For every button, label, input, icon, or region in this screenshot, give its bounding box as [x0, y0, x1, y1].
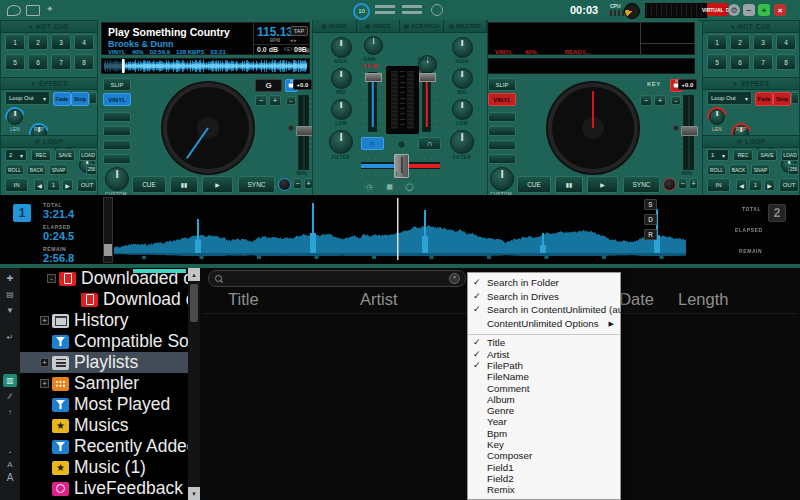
tap-button[interactable]: TAP	[290, 26, 308, 36]
sidebar-item[interactable]: Most Played	[20, 394, 188, 415]
fader-handle[interactable]	[419, 73, 436, 82]
shuffle-icon[interactable]: ∕∕	[3, 390, 17, 403]
key-minus-button[interactable]: −	[255, 95, 267, 106]
deck-list2-icon[interactable]	[402, 5, 422, 8]
mixer-tab[interactable]: ▦MIXER	[313, 20, 357, 33]
eq-knob[interactable]	[329, 130, 353, 154]
cue-mix-knob[interactable]	[397, 140, 406, 149]
hot-cue-button[interactable]: 8	[74, 54, 94, 70]
effect-extra-button[interactable]	[89, 92, 97, 104]
loop-length-select[interactable]: 2▾	[5, 149, 27, 161]
menu-item[interactable]: Artist	[468, 349, 620, 360]
hot-cue-button[interactable]: 6	[28, 54, 48, 70]
loop-save-button[interactable]: SAVE	[757, 149, 777, 161]
hot-cue-button[interactable]: 6	[730, 54, 750, 70]
menu-item[interactable]: Search in Drives	[468, 290, 620, 304]
mixer-tab[interactable]: ▦MASTER	[444, 20, 488, 33]
loop-beats-button[interactable]: 256	[86, 164, 97, 175]
star-icon[interactable]: ✦	[46, 4, 54, 14]
menu-item[interactable]: FilePath	[468, 360, 620, 371]
effect-extra-button[interactable]	[791, 92, 799, 104]
expander-icon[interactable]: +	[40, 316, 49, 325]
effect-len-knob[interactable]	[7, 109, 23, 125]
loop-rec-button[interactable]: REC	[733, 149, 753, 161]
sidebar-item[interactable]: Music (1)	[20, 457, 188, 478]
column-header[interactable]: Length	[678, 290, 728, 309]
mixer-tab[interactable]: ▦VIDEO	[357, 20, 401, 33]
deck-count-badge[interactable]: 10	[353, 3, 370, 20]
automix-icon[interactable]: ◷	[364, 181, 375, 192]
menu-item[interactable]: Composer	[468, 450, 620, 461]
sidebar-item[interactable]: Download que	[20, 289, 188, 310]
menu-item[interactable]: Field2	[468, 473, 620, 484]
loop-load-button[interactable]: LOAD	[781, 149, 799, 161]
deck-list-icon[interactable]	[375, 5, 395, 8]
sidebar-scrollbar[interactable]: ▲ ▼	[188, 268, 200, 500]
wave-mode-button[interactable]: S	[644, 199, 657, 210]
search-input[interactable]: ×	[208, 270, 466, 287]
vinyl-button[interactable]: VINYL	[103, 93, 131, 106]
deck2-waveform-strip[interactable]	[486, 58, 695, 74]
scrolling-waveform[interactable]	[114, 198, 686, 260]
font-small-icon[interactable]: A	[3, 458, 17, 471]
wave-mode-button[interactable]: D	[644, 214, 657, 225]
sidebar-item[interactable]: + Playlists	[20, 352, 188, 373]
eq-knob[interactable]	[331, 68, 352, 89]
pad-button-3[interactable]	[488, 140, 516, 150]
font-large-icon[interactable]: A	[3, 471, 17, 484]
menu-item[interactable]: Album	[468, 394, 620, 405]
hot-cue-button[interactable]: 7	[51, 54, 71, 70]
jog-wheel[interactable]	[548, 83, 638, 173]
eq-knob[interactable]	[452, 99, 473, 120]
eq-knob[interactable]	[450, 130, 474, 154]
loop-halve-button[interactable]: ◀	[34, 179, 45, 191]
pad-button-4[interactable]	[488, 154, 516, 164]
pitch-reset-dot[interactable]	[673, 125, 679, 131]
move-up-icon[interactable]: ↑	[3, 406, 17, 419]
fade-button[interactable]: Fade	[53, 92, 71, 106]
menu-item[interactable]: Title	[468, 334, 620, 348]
loop-double-button[interactable]: ▶	[62, 179, 73, 191]
slip-button[interactable]: SLIP	[103, 78, 131, 91]
menu-item[interactable]: ContentUnlimited Options	[468, 317, 620, 331]
cue-button[interactable]: CUE	[132, 176, 166, 193]
loop-length-select[interactable]: 1▾	[707, 149, 729, 161]
key-plus-button[interactable]: +	[654, 95, 666, 106]
circle-icon[interactable]	[431, 4, 443, 16]
effect-select[interactable]: Loop Out▾	[5, 91, 50, 105]
pfl-button-left[interactable]: ∩	[361, 137, 384, 150]
vinyl-button[interactable]: VINYL	[488, 93, 516, 106]
split-view-icon[interactable]: ▥	[3, 374, 17, 387]
loop-out-button[interactable]: OUT	[779, 178, 799, 192]
menu-item[interactable]: Genre	[468, 405, 620, 416]
eq-knob[interactable]	[452, 68, 473, 89]
eq-knob[interactable]	[331, 99, 352, 120]
hot-cue-button[interactable]: 5	[707, 54, 727, 70]
sidebar-item[interactable]: Compatible Songs	[20, 331, 188, 352]
pad-button-1[interactable]	[103, 112, 131, 122]
hot-cue-button[interactable]: 5	[5, 54, 25, 70]
zoom-slider[interactable]	[103, 197, 113, 263]
pfl-button-right[interactable]: ∩	[418, 137, 441, 150]
sidebar-item[interactable]: LiveFeedback	[20, 478, 188, 499]
menu-item[interactable]: Search in ContentUnlimited (audio)	[468, 303, 620, 317]
layout-icon[interactable]	[26, 5, 40, 16]
stutter-button[interactable]: ▮▮	[555, 176, 583, 193]
clear-search-icon[interactable]: ×	[449, 273, 460, 284]
hot-cue-button[interactable]: 8	[776, 54, 796, 70]
minimize-button[interactable]: −	[743, 4, 755, 16]
wave-mode-button[interactable]: R	[644, 229, 657, 240]
scratch-mode-icon[interactable]	[7, 5, 21, 16]
loop-halve-button[interactable]: ◀	[736, 179, 747, 191]
eq-knob[interactable]	[452, 37, 473, 58]
loop-load-button[interactable]: LOAD	[79, 149, 97, 161]
pitch-slider-handle[interactable]	[681, 126, 698, 136]
cue-button[interactable]: CUE	[517, 176, 551, 193]
play-button[interactable]: ▶	[202, 176, 233, 193]
zoom-slider-handle[interactable]	[104, 244, 112, 256]
browse-knob[interactable]	[278, 178, 291, 191]
hot-cue-button[interactable]: 7	[753, 54, 773, 70]
menu-item[interactable]: Bpm	[468, 428, 620, 439]
loop-roll-button[interactable]: ROLL	[707, 164, 726, 175]
expander-icon[interactable]: +	[40, 358, 49, 367]
